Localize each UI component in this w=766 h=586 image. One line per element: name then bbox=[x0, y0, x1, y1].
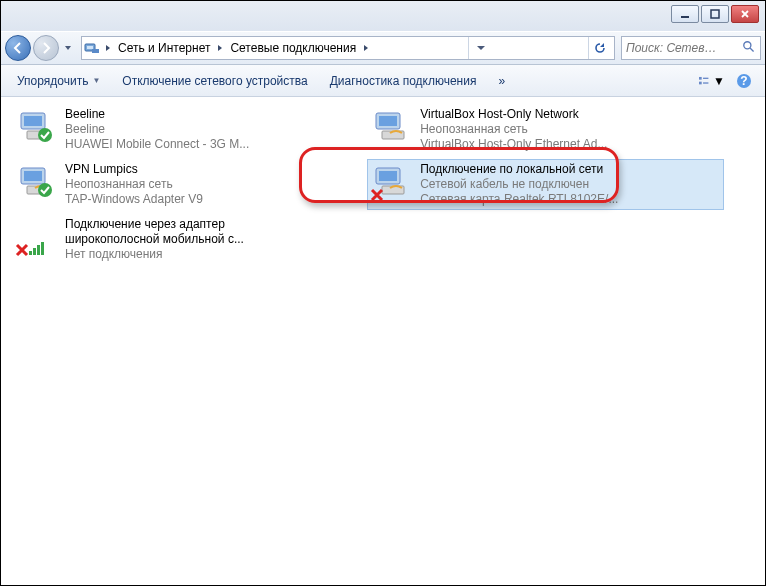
svg-rect-6 bbox=[699, 76, 702, 79]
svg-rect-0 bbox=[681, 16, 689, 18]
connection-broadband-mobile[interactable]: Подключение через адаптер широкополосной… bbox=[13, 215, 368, 264]
signal-bars-icon bbox=[29, 241, 47, 255]
search-input[interactable] bbox=[626, 41, 742, 55]
breadcrumb-chevron[interactable] bbox=[360, 44, 372, 52]
connected-badge-icon bbox=[37, 182, 53, 198]
history-dropdown[interactable] bbox=[468, 37, 492, 59]
svg-rect-25 bbox=[379, 116, 397, 126]
svg-rect-13 bbox=[24, 116, 42, 126]
disconnected-badge-icon bbox=[370, 188, 384, 202]
svg-rect-17 bbox=[24, 171, 42, 181]
titlebar bbox=[1, 1, 765, 31]
item-title: Подключение по локальной сети bbox=[420, 162, 618, 177]
item-device: VirtualBox Host-Only Ethernet Ad... bbox=[420, 137, 607, 152]
search-box[interactable] bbox=[621, 36, 761, 60]
diagnose-label: Диагностика подключения bbox=[330, 74, 477, 88]
item-title: VirtualBox Host-Only Network bbox=[420, 107, 607, 122]
network-icon bbox=[84, 40, 100, 56]
connection-icon bbox=[15, 162, 59, 202]
connection-icon bbox=[370, 107, 414, 147]
svg-rect-21 bbox=[33, 248, 36, 255]
column-left: Beeline Beeline HUAWEI Mobile Connect - … bbox=[13, 105, 368, 264]
svg-point-15 bbox=[38, 128, 52, 142]
maximize-button[interactable] bbox=[701, 5, 729, 23]
connection-vpn-lumpics[interactable]: VPN Lumpics Неопознанная сеть TAP-Window… bbox=[13, 160, 368, 209]
svg-point-5 bbox=[744, 42, 751, 49]
svg-rect-3 bbox=[87, 46, 93, 49]
diagnose-button[interactable]: Диагностика подключения bbox=[322, 70, 485, 92]
svg-rect-8 bbox=[703, 77, 708, 78]
disable-label: Отключение сетевого устройства bbox=[122, 74, 307, 88]
svg-rect-23 bbox=[41, 242, 44, 255]
svg-text:?: ? bbox=[740, 74, 747, 88]
item-title: VPN Lumpics bbox=[65, 162, 203, 177]
disconnected-badge-icon bbox=[15, 243, 29, 257]
svg-rect-22 bbox=[37, 245, 40, 255]
svg-rect-4 bbox=[92, 49, 99, 53]
breadcrumb-seg-network[interactable]: Сеть и Интернет bbox=[114, 37, 214, 59]
breadcrumb-chevron[interactable] bbox=[214, 44, 226, 52]
minimize-button[interactable] bbox=[671, 5, 699, 23]
svg-rect-7 bbox=[699, 81, 702, 84]
item-status: Неопознанная сеть bbox=[65, 177, 203, 192]
connection-lan[interactable]: Подключение по локальной сети Сетевой ка… bbox=[368, 160, 723, 209]
view-options-button[interactable]: ▼ bbox=[699, 69, 725, 93]
svg-rect-28 bbox=[379, 171, 397, 181]
connection-icon bbox=[15, 107, 59, 147]
item-device: Сетевая карта Realtek RTL8102E/... bbox=[420, 192, 618, 207]
chevron-down-icon: ▼ bbox=[713, 74, 725, 88]
organize-label: Упорядочить bbox=[17, 74, 88, 88]
breadcrumb-seg-connections[interactable]: Сетевые подключения bbox=[226, 37, 360, 59]
search-icon bbox=[742, 40, 756, 56]
item-title: Подключение через адаптер bbox=[65, 217, 244, 232]
refresh-button[interactable] bbox=[588, 37, 612, 59]
nav-history-dropdown[interactable] bbox=[61, 38, 75, 58]
svg-point-19 bbox=[38, 183, 52, 197]
item-status: Неопознанная сеть bbox=[420, 122, 607, 137]
item-device: TAP-Windows Adapter V9 bbox=[65, 192, 203, 207]
organize-menu[interactable]: Упорядочить▼ bbox=[9, 70, 108, 92]
forward-button[interactable] bbox=[33, 35, 59, 61]
item-status: Сетевой кабель не подключен bbox=[420, 177, 618, 192]
chevron-down-icon: ▼ bbox=[92, 76, 100, 85]
connected-badge-icon bbox=[37, 127, 53, 143]
address-bar[interactable]: Сеть и Интернет Сетевые подключения bbox=[81, 36, 615, 60]
explorer-window: Сеть и Интернет Сетевые подключения Упор… bbox=[0, 0, 766, 586]
item-status: Нет подключения bbox=[65, 247, 244, 262]
svg-rect-20 bbox=[29, 251, 32, 255]
disable-device-button[interactable]: Отключение сетевого устройства bbox=[114, 70, 315, 92]
toolbar-overflow[interactable]: » bbox=[490, 70, 513, 92]
item-status: Beeline bbox=[65, 122, 249, 137]
back-button[interactable] bbox=[5, 35, 31, 61]
breadcrumb-chevron[interactable] bbox=[102, 44, 114, 52]
item-device: HUAWEI Mobile Connect - 3G M... bbox=[65, 137, 249, 152]
svg-rect-9 bbox=[703, 82, 708, 83]
item-title2: широкополосной мобильной с... bbox=[65, 232, 244, 247]
connection-icon bbox=[370, 162, 414, 202]
toolbar: Упорядочить▼ Отключение сетевого устройс… bbox=[1, 65, 765, 97]
help-button[interactable]: ? bbox=[731, 69, 757, 93]
svg-rect-1 bbox=[711, 10, 719, 18]
close-button[interactable] bbox=[731, 5, 759, 23]
column-right: VirtualBox Host-Only Network Неопознанна… bbox=[368, 105, 723, 264]
item-title: Beeline bbox=[65, 107, 249, 122]
connection-beeline[interactable]: Beeline Beeline HUAWEI Mobile Connect - … bbox=[13, 105, 368, 154]
more-label: » bbox=[498, 74, 505, 88]
connection-virtualbox[interactable]: VirtualBox Host-Only Network Неопознанна… bbox=[368, 105, 723, 154]
connection-icon bbox=[15, 217, 59, 257]
content-area: Beeline Beeline HUAWEI Mobile Connect - … bbox=[1, 97, 765, 585]
navbar: Сеть и Интернет Сетевые подключения bbox=[1, 31, 765, 65]
